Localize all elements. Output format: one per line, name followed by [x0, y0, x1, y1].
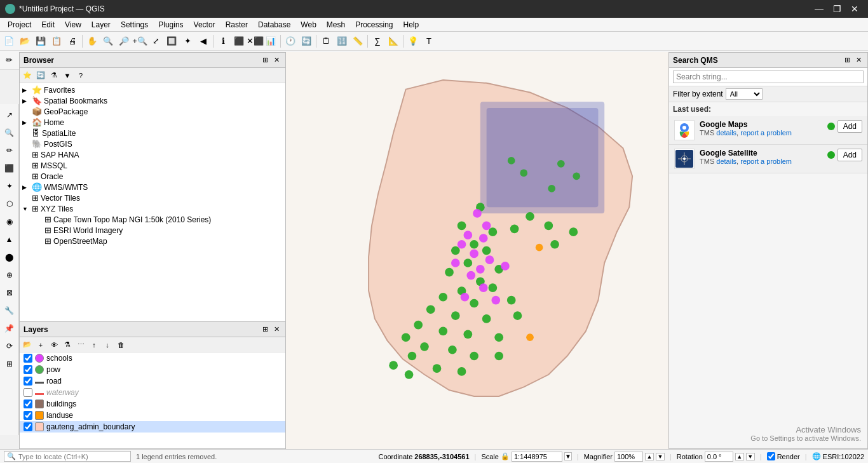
open-project-btn[interactable]: 📂 [17, 34, 32, 49]
render-checkbox[interactable] [767, 452, 775, 460]
layers-more-btn[interactable]: ⋯ [74, 339, 87, 351]
browser-refresh-btn[interactable]: 🔄 [34, 69, 47, 82]
search-qms-input[interactable] [673, 70, 864, 83]
layer-checkbox[interactable] [24, 365, 32, 374]
tool-btn-5[interactable]: ✦ [1, 178, 18, 194]
stat-btn[interactable]: 📊 [263, 34, 278, 49]
tool-btn-12[interactable]: 🔧 [1, 302, 18, 319]
refresh-btn[interactable]: 🔄 [299, 34, 314, 49]
menu-item-mesh[interactable]: Mesh [322, 19, 350, 30]
tool-btn-1[interactable]: ↗ [1, 107, 18, 123]
clock-btn[interactable]: 🕐 [283, 34, 298, 49]
menu-item-help[interactable]: Help [398, 19, 424, 30]
new-project-btn[interactable]: 📄 [1, 34, 17, 49]
layer-checkbox[interactable] [24, 377, 32, 386]
google-maps-details-link[interactable]: details [716, 129, 736, 137]
search-qms-close-btn[interactable]: ✕ [853, 55, 864, 65]
tool-btn-9[interactable]: ⬤ [1, 249, 18, 265]
google-maps-add-btn[interactable]: Add [837, 120, 862, 133]
layers-close-btn[interactable]: ✕ [271, 325, 281, 335]
tool-btn-2[interactable]: 🔍 [1, 124, 18, 141]
browser-close-btn[interactable]: ✕ [271, 55, 281, 65]
browser-tree-item[interactable]: ▶🔖Spatial Bookmarks [20, 95, 285, 106]
tool-btn-8[interactable]: ▲ [1, 231, 18, 248]
attr-table-btn[interactable]: 🗒 [318, 34, 334, 49]
menu-item-project[interactable]: Project [3, 19, 36, 30]
maximize-button[interactable]: ❐ [829, 3, 845, 15]
layer-checkbox[interactable] [24, 354, 32, 363]
browser-tree-item[interactable]: ▶⭐Favorites [20, 84, 285, 95]
menu-item-raster[interactable]: Raster [220, 19, 253, 30]
minimize-button[interactable]: — [811, 3, 827, 15]
browser-tree-item[interactable]: ⊞SAP HANA [20, 149, 285, 160]
zoom-out-btn[interactable]: 🔎 [116, 34, 132, 49]
close-button[interactable]: ✕ [846, 3, 863, 15]
browser-tree-item[interactable]: ⊞Oracle [20, 171, 285, 182]
tool-btn-15[interactable]: ⊞ [1, 356, 18, 372]
google-satellite-details-link[interactable]: details [716, 158, 736, 165]
layer-row[interactable]: landuse [20, 410, 285, 421]
rotation-spin-up[interactable]: ▲ [735, 453, 744, 460]
browser-tree-item[interactable]: ⊞Cape Town Topo Map NGI 1:50k (2010 Seri… [20, 214, 285, 225]
zoom-prev-btn[interactable]: ◀ [196, 34, 211, 49]
browser-filter-btn[interactable]: ⚗ [48, 69, 60, 82]
magnifier-spin-up[interactable]: ▲ [645, 453, 654, 460]
layer-checkbox[interactable] [24, 388, 32, 397]
tool-btn-3[interactable]: ✏ [1, 142, 18, 159]
layers-visible-btn[interactable]: 👁 [48, 339, 60, 351]
menu-item-settings[interactable]: Settings [116, 19, 153, 30]
browser-tree-item[interactable]: 🗄SpatiaLite [20, 128, 285, 138]
rotation-spin-down[interactable]: ▼ [746, 453, 755, 460]
locate-input[interactable] [18, 453, 128, 460]
menu-item-edit[interactable]: Edit [36, 19, 60, 30]
browser-tree-item[interactable]: ▼⊞XYZ Tiles [20, 203, 285, 214]
measure-btn[interactable]: 📏 [350, 34, 365, 49]
tool-btn-6[interactable]: ⬡ [1, 196, 18, 212]
browser-float-btn[interactable]: ⊞ [260, 55, 270, 65]
scale-dropdown[interactable]: ▼ [564, 452, 572, 460]
tool-btn-4[interactable]: ⬛ [1, 160, 18, 177]
browser-add-btn[interactable]: ⭐ [21, 69, 34, 82]
zoom-in-btn2[interactable]: +🔍 [132, 34, 147, 49]
google-satellite-add-btn[interactable]: Add [837, 149, 862, 161]
google-maps-report-link[interactable]: report a problem [740, 129, 792, 137]
print-btn[interactable]: 🖨 [65, 34, 80, 49]
menu-item-vector[interactable]: Vector [189, 19, 220, 30]
calc-btn[interactable]: 🔢 [334, 34, 349, 49]
identify-btn[interactable]: ℹ [215, 34, 231, 49]
menu-item-view[interactable]: View [60, 19, 86, 30]
browser-help-btn[interactable]: ? [74, 69, 87, 82]
text-btn[interactable]: T [421, 34, 437, 49]
zoom-layer-btn[interactable]: ⤢ [148, 34, 163, 49]
tool-btn-14[interactable]: ⟳ [1, 338, 18, 354]
pan-map-btn[interactable]: ✦ [180, 34, 195, 49]
menu-item-web[interactable]: Web [295, 19, 321, 30]
layers-open-btn[interactable]: 📂 [21, 339, 34, 351]
save-btn[interactable]: 💾 [33, 34, 48, 49]
tip-btn[interactable]: 💡 [405, 34, 421, 49]
rotation-input[interactable] [705, 452, 733, 462]
layer-checkbox[interactable] [24, 422, 32, 431]
layers-remove-btn[interactable]: 🗑 [114, 339, 127, 351]
select-btn[interactable]: ⬛ [231, 34, 247, 49]
menu-item-database[interactable]: Database [253, 19, 295, 30]
google-satellite-report-link[interactable]: report a problem [740, 158, 792, 165]
magnifier-input[interactable] [614, 452, 643, 462]
browser-tree-item[interactable]: ⊞OpenStreetMap [20, 236, 285, 246]
ruler-btn[interactable]: 📐 [386, 34, 401, 49]
browser-tree-item[interactable]: ▶🏠Home [20, 117, 285, 128]
menu-item-layer[interactable]: Layer [86, 19, 116, 30]
magnifier-spin-down[interactable]: ▼ [656, 453, 665, 460]
deselect-btn[interactable]: ✕⬛ [247, 34, 262, 49]
browser-collapse-btn[interactable]: ▼ [61, 69, 74, 82]
tool-btn-7[interactable]: ◉ [1, 213, 18, 230]
menu-item-processing[interactable]: Processing [350, 19, 398, 30]
layer-row[interactable]: waterway [20, 387, 285, 398]
pan-btn[interactable]: ✋ [85, 34, 100, 49]
browser-tree-item[interactable]: 🐘PostGIS [20, 138, 285, 149]
browser-tree-item[interactable]: ⊞Vector Tiles [20, 192, 285, 203]
save-as-btn[interactable]: 📋 [49, 34, 64, 49]
menu-item-plugins[interactable]: Plugins [153, 19, 188, 30]
layers-up-btn[interactable]: ↑ [88, 339, 100, 351]
zoom-full-btn[interactable]: 🔍 [100, 34, 116, 49]
